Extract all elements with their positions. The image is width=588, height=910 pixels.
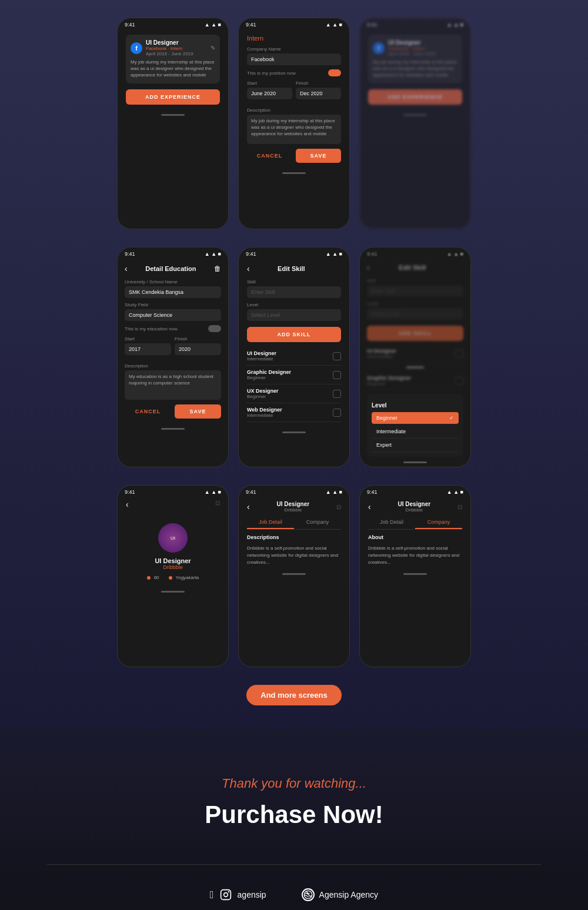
- experience-card: f UI Designer Facebook · Intern April 20…: [126, 35, 220, 83]
- more-screens-button[interactable]: And more screens: [246, 685, 341, 705]
- home-indicator: [403, 461, 427, 463]
- edu-description-textarea[interactable]: My education is as a high school student…: [125, 370, 221, 400]
- instagram-footer-icon: [220, 889, 232, 901]
- cta-section: Thank you for watching... Purchase Now!: [0, 729, 588, 864]
- edu-start-input[interactable]: 2017: [125, 343, 171, 355]
- back-button-detail-2[interactable]: ‹: [368, 502, 371, 511]
- tab-company[interactable]: Company: [294, 516, 341, 529]
- cancel-button[interactable]: CANCEL: [247, 149, 292, 163]
- skill-item-1: UI Designer Intermediate: [247, 347, 341, 366]
- screen-work-experience-1: 9:41 ▲ ▲ ■ f UI Designer Facebook · Inte…: [117, 18, 229, 229]
- education-toggle[interactable]: [208, 325, 221, 332]
- save-button[interactable]: SAVE: [296, 149, 341, 163]
- skill-checkbox-3[interactable]: [333, 390, 341, 398]
- screen-work-experience-3-blurred: 9:41 ▲ ▲ ■ f UI Designer Facebook · Inte…: [359, 18, 471, 229]
- level-expert[interactable]: Expert: [372, 439, 459, 452]
- home-indicator: [403, 573, 427, 575]
- skill-item-3: UX Designer Beginner: [247, 384, 341, 403]
- followers-dot: [147, 576, 151, 580]
- screen-job-detail: 9:41 ▲ ▲ ■ ‹ UI Designer Dribbble ⊡ Job …: [238, 485, 350, 667]
- status-bar-skill: 9:41 ▲ ▲ ■: [239, 247, 349, 259]
- skill-input[interactable]: Enter Skill: [247, 286, 341, 298]
- add-experience-button-blurred: ADD EXPERIENCE: [368, 89, 462, 105]
- footer-agency: Agensip Agency: [302, 888, 378, 901]
- footer-social-text: agensip: [238, 890, 266, 899]
- tab-job-detail[interactable]: Job Detail: [247, 516, 294, 529]
- trash-icon[interactable]: 🗑: [214, 265, 221, 273]
- job-avatar: UI: [158, 523, 188, 553]
- facebook-icon: f: [131, 42, 142, 54]
- level-intermediate[interactable]: Intermediate: [372, 425, 459, 439]
- add-experience-button[interactable]: ADD EXPERIENCE: [126, 89, 220, 105]
- home-indicator: [403, 114, 427, 116]
- status-bar-job: 9:41 ▲ ▲ ■: [118, 486, 228, 497]
- tabs-container: Job Detail Company: [247, 516, 341, 530]
- dribbble-icon: [302, 888, 315, 901]
- fb-icon-blurred: f: [373, 42, 385, 54]
- status-bar-1: 9:41 ▲ ▲ ■: [118, 18, 228, 30]
- tab-job-detail-2[interactable]: Job Detail: [368, 516, 415, 529]
- screen-edit-skill: 9:41 ▲ ▲ ■ ‹ Edit Skill Skill Enter Skil…: [238, 247, 350, 467]
- more-screens-container: And more screens: [35, 685, 553, 705]
- footer-agency-text: Agensip Agency: [319, 890, 378, 899]
- screen-edit-experience: 9:41 ▲ ▲ ■ Intern Company Name Facebook …: [238, 18, 350, 229]
- screen-detail-education: 9:41 ▲ ▲ ■ ‹ Detail Education 🗑 Universi…: [117, 247, 229, 467]
- tabs-container-2: Job Detail Company: [368, 516, 462, 530]
- job-profile-section: UI UI Designer Dribbble 80 Yogyakarta: [118, 511, 228, 586]
- thank-you-text: Thank you for watching...: [12, 776, 576, 791]
- tab-company-2[interactable]: Company: [415, 516, 462, 529]
- footer-social:  agensip: [210, 889, 266, 901]
- svg-point-1: [223, 893, 228, 897]
- bookmark-icon-2[interactable]: ⊡: [336, 504, 341, 510]
- home-indicator: [282, 431, 306, 433]
- back-button-skill[interactable]: ‹: [247, 264, 250, 273]
- job-nav: ‹ ⊡: [118, 497, 228, 511]
- company-name-input[interactable]: Facebook: [247, 53, 341, 65]
- detail-header: ‹ UI Designer Dribbble ⊡: [239, 497, 349, 516]
- bookmark-icon[interactable]: ⊡: [215, 500, 220, 509]
- level-beginner-selected[interactable]: Beginner ✓: [372, 412, 459, 424]
- home-indicator: [161, 114, 185, 116]
- edu-save-button[interactable]: SAVE: [175, 404, 221, 419]
- svg-point-2: [228, 891, 229, 893]
- university-input[interactable]: SMK Cendekia Bangsa: [125, 286, 221, 298]
- status-bar-job2: 9:41 ▲ ▲ ■: [239, 486, 349, 497]
- skill-checkbox-1[interactable]: [333, 352, 341, 360]
- position-toggle[interactable]: [328, 69, 341, 76]
- home-indicator: [282, 172, 306, 174]
- level-select[interactable]: Select Level: [247, 309, 341, 321]
- back-button-detail[interactable]: ‹: [247, 502, 250, 511]
- back-button-job[interactable]: ‹: [126, 500, 129, 509]
- back-button[interactable]: ‹: [125, 264, 128, 273]
- status-bar-job3: 9:41 ▲ ▲ ■: [360, 486, 470, 497]
- study-field-input[interactable]: Computer Science: [125, 309, 221, 321]
- skill-checkbox-2[interactable]: [333, 371, 341, 379]
- detail-header-2: ‹ UI Designer Dribbble ⊡: [360, 497, 470, 516]
- bookmark-icon-3[interactable]: ⊡: [457, 504, 462, 510]
- skill-item-4: Web Designer Intermediate: [247, 403, 341, 422]
- footer:  agensip Agensip Agency: [47, 864, 541, 910]
- screen-header-edu: ‹ Detail Education 🗑: [125, 264, 221, 273]
- edu-finish-input[interactable]: 2020: [175, 343, 221, 355]
- home-indicator: [282, 573, 306, 575]
- edu-cancel-button[interactable]: CANCEL: [125, 404, 171, 419]
- edit-icon: ✎: [211, 45, 215, 51]
- level-dropdown-overlay: Level Beginner ✓ Intermediate Expert: [367, 394, 463, 457]
- add-skill-button[interactable]: ADD SKILL: [247, 327, 341, 342]
- skill-item-2: Graphic Designer Beginner: [247, 366, 341, 384]
- skill-checkbox-4[interactable]: [333, 409, 341, 417]
- status-bar-edu: 9:41 ▲ ▲ ■: [118, 247, 228, 259]
- skill-form-blurred: ‹ Edit Skill Skill Enter Skill Level Sel…: [360, 259, 470, 394]
- screen-level-dropdown: 9:41 ▲ ▲ ■ ‹ Edit Skill Skill Enter Skil…: [359, 247, 471, 467]
- status-bar-2: 9:41 ▲ ▲ ■: [239, 18, 349, 30]
- description-textarea[interactable]: My job during my internship at this plac…: [247, 115, 341, 144]
- screen-job-company: 9:41 ▲ ▲ ■ ‹ UI Designer Dribbble ⊡ Job …: [359, 485, 471, 667]
- status-bar-level: 9:41 ▲ ▲ ■: [360, 247, 470, 259]
- exp-card-blurred: f UI Designer Facebook · Intern April 20…: [368, 35, 462, 83]
- finish-date-input[interactable]: Dec 2020: [296, 88, 341, 99]
- screen-job-profile: 9:41 ▲ ▲ ■ ‹ ⊡ UI UI Designer Dribbble 8…: [117, 485, 229, 667]
- location-dot: [169, 576, 172, 580]
- start-date-input[interactable]: June 2020: [247, 88, 292, 99]
- home-indicator: [161, 591, 185, 593]
- home-indicator: [161, 428, 185, 430]
